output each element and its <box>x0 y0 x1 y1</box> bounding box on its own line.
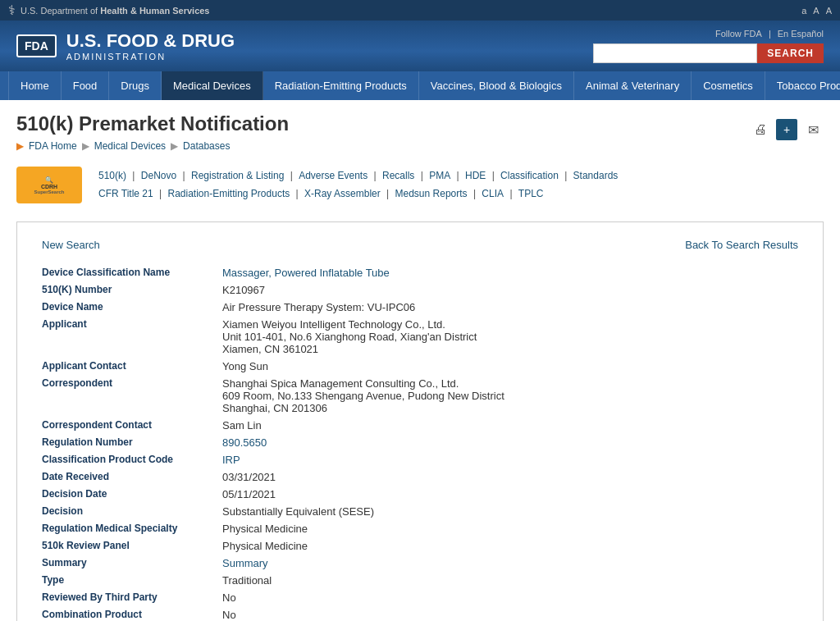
supersearch-link-pma[interactable]: PMA <box>429 170 450 181</box>
detail-value-13: Physical Medicine <box>222 537 798 555</box>
nav-item-medical_devices[interactable]: Medical Devices <box>162 71 263 100</box>
en-espanol-link[interactable]: En Español <box>778 29 824 39</box>
detail-value-10: 05/11/2021 <box>222 486 798 503</box>
top-bar: ⚕ U.S. Department of Health & Human Serv… <box>0 0 840 21</box>
header: FDA U.S. FOOD & DRUG ADMINISTRATION Foll… <box>0 21 840 71</box>
detail-value-3: Xiamen Weiyou Intelligent Technology Co.… <box>222 316 798 358</box>
detail-label-10: Decision Date <box>42 486 222 503</box>
detail-value-4: Yong Sun <box>222 358 798 375</box>
fda-title-sub: ADMINISTRATION <box>66 52 235 62</box>
header-right: Follow FDA | En Español SEARCH <box>593 29 824 63</box>
detail-value-14[interactable]: Summary <box>222 555 798 572</box>
breadcrumb-link-0[interactable]: FDA Home <box>29 140 77 152</box>
font-medium[interactable]: A <box>813 6 819 16</box>
detail-label-6: Correspondent Contact <box>42 417 222 434</box>
back-to-results-link[interactable]: Back To Search Results <box>685 239 798 251</box>
nav-item-home[interactable]: Home <box>8 71 62 100</box>
detail-table: Device Classification NameMassager, Powe… <box>42 264 798 621</box>
detail-row-9: Date Received03/31/2021 <box>42 468 798 486</box>
supersearch-link-tplc[interactable]: TPLC <box>518 188 544 199</box>
fda-badge: FDA <box>16 34 57 57</box>
detail-link-0[interactable]: Massager, Powered Inflatable Tube <box>222 267 390 279</box>
cdrh-links: 510(k) | DeNovo | Registration & Listing… <box>98 167 618 203</box>
supersearch-link-hde[interactable]: HDE <box>465 170 486 181</box>
detail-link-14[interactable]: Summary <box>222 557 268 569</box>
detail-header: New Search Back To Search Results <box>42 239 798 251</box>
detail-row-17: Combination ProductNo <box>42 606 798 621</box>
font-large[interactable]: A <box>826 6 832 16</box>
follow-fda-link[interactable]: Follow FDA <box>715 29 762 39</box>
nav-item-vaccines_blood__biologics[interactable]: Vaccines, Blood & Biologics <box>419 71 574 100</box>
supersearch-link-cfr_title_21[interactable]: CFR Title 21 <box>98 188 153 199</box>
fda-title-main: U.S. FOOD & DRUG <box>66 30 235 52</box>
supersearch-link-xray_assembler[interactable]: X-Ray Assembler <box>304 188 381 199</box>
supersearch-logo: 🔍 CDRH SuperSearch <box>16 167 82 203</box>
detail-label-16: Reviewed By Third Party <box>42 589 222 606</box>
detail-label-13: 510k Review Panel <box>42 537 222 555</box>
agency-text: U.S. Department of Health & Human Servic… <box>21 6 210 16</box>
supersearch-link-classification[interactable]: Classification <box>500 170 559 181</box>
supersearch-link-recalls[interactable]: Recalls <box>382 170 414 181</box>
fda-logo: FDA U.S. FOOD & DRUG ADMINISTRATION <box>16 30 235 62</box>
nav-item-animal__veterinary[interactable]: Animal & Veterinary <box>574 71 692 100</box>
detail-link-8[interactable]: IRP <box>222 454 240 466</box>
detail-row-4: Applicant ContactYong Sun <box>42 358 798 375</box>
supersearch-link-510k[interactable]: 510(k) <box>98 170 126 181</box>
breadcrumb: ▶FDA Home▶Medical Devices▶Databases <box>16 140 289 152</box>
detail-label-12: Regulation Medical Specialty <box>42 520 222 537</box>
detail-label-15: Type <box>42 572 222 589</box>
hhs-seal-icon: ⚕ <box>8 2 16 18</box>
breadcrumb-link-2[interactable]: Databases <box>183 140 230 152</box>
add-icon[interactable]: + <box>776 119 797 140</box>
supersearch-link-clia[interactable]: CLIA <box>482 188 504 199</box>
detail-value-8[interactable]: IRP <box>222 451 798 468</box>
detail-label-17: Combination Product <box>42 606 222 621</box>
detail-label-1: 510(K) Number <box>42 281 222 299</box>
supersearch-link-denovo[interactable]: DeNovo <box>141 170 176 181</box>
detail-value-15: Traditional <box>222 572 798 589</box>
font-small[interactable]: a <box>801 6 806 16</box>
supersearch-link-adverse_events[interactable]: Adverse Events <box>299 170 368 181</box>
search-bar: SEARCH <box>593 43 824 63</box>
supersearch-link-medsun_reports[interactable]: Medsun Reports <box>395 188 468 199</box>
cdrh-links-row2: CFR Title 21 | Radiation-Emitting Produc… <box>98 185 618 203</box>
nav-item-food[interactable]: Food <box>62 71 110 100</box>
search-input[interactable] <box>593 43 757 63</box>
content-area: 510(k) Premarket Notification ▶FDA Home▶… <box>0 100 840 621</box>
search-button[interactable]: SEARCH <box>757 43 824 63</box>
cdrh-links-row1: 510(k) | DeNovo | Registration & Listing… <box>98 167 618 185</box>
detail-row-10: Decision Date05/11/2021 <box>42 486 798 503</box>
supersearch-link-registration__listing[interactable]: Registration & Listing <box>191 170 284 181</box>
email-icon[interactable]: ✉ <box>802 119 824 140</box>
nav-item-drugs[interactable]: Drugs <box>109 71 162 100</box>
detail-label-5: Correspondent <box>42 375 222 417</box>
nav-item-radiationemitting_products[interactable]: Radiation-Emitting Products <box>263 71 419 100</box>
detail-row-1: 510(K) NumberK210967 <box>42 281 798 299</box>
detail-value-9: 03/31/2021 <box>222 468 798 486</box>
detail-value-12: Physical Medicine <box>222 520 798 537</box>
new-search-link[interactable]: New Search <box>42 239 100 251</box>
detail-row-15: TypeTraditional <box>42 572 798 589</box>
supersearch-link-radiationemitting_products[interactable]: Radiation-Emitting Products <box>167 188 290 199</box>
fda-title: U.S. FOOD & DRUG ADMINISTRATION <box>66 30 235 62</box>
supersearch-link-standards[interactable]: Standards <box>573 170 619 181</box>
detail-value-7[interactable]: 890.5650 <box>222 434 798 451</box>
detail-value-5: Shanghai Spica Management Consulting Co.… <box>222 375 798 417</box>
nav-item-cosmetics[interactable]: Cosmetics <box>692 71 765 100</box>
detail-row-3: ApplicantXiamen Weiyou Intelligent Techn… <box>42 316 798 358</box>
detail-row-13: 510k Review PanelPhysical Medicine <box>42 537 798 555</box>
detail-label-14: Summary <box>42 555 222 572</box>
breadcrumb-link-1[interactable]: Medical Devices <box>94 140 166 152</box>
detail-value-17: No <box>222 606 798 621</box>
detail-value-1: K210967 <box>222 281 798 299</box>
print-icon[interactable]: 🖨 <box>750 119 771 140</box>
detail-row-5: CorrespondentShanghai Spica Management C… <box>42 375 798 417</box>
detail-link-7[interactable]: 890.5650 <box>222 436 267 449</box>
detail-label-0: Device Classification Name <box>42 264 222 281</box>
supersearch-bar: 🔍 CDRH SuperSearch 510(k) | DeNovo | Reg… <box>16 162 824 208</box>
detail-value-0[interactable]: Massager, Powered Inflatable Tube <box>222 264 798 281</box>
page-title: 510(k) Premarket Notification <box>16 112 289 135</box>
header-links: Follow FDA | En Español <box>715 29 824 39</box>
nav-item-tobacco_products[interactable]: Tobacco Products <box>765 71 840 100</box>
detail-row-6: Correspondent ContactSam Lin <box>42 417 798 434</box>
